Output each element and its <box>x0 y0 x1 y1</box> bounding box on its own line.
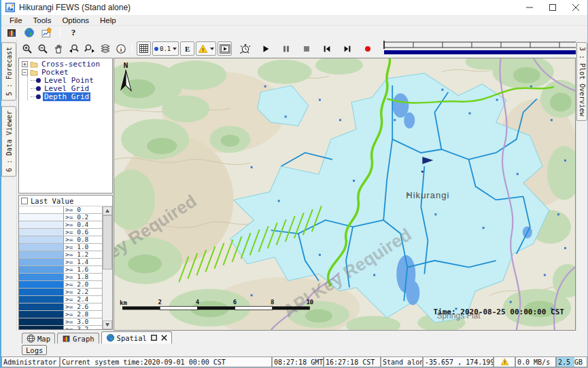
animation-icon[interactable] <box>218 41 232 56</box>
legend-swatch <box>19 236 64 243</box>
legend-swatch <box>19 303 64 310</box>
legend-swatch <box>19 229 64 236</box>
left-panel: + Cross-section − Pocket <box>17 58 114 331</box>
scroll-down-icon[interactable] <box>103 320 112 329</box>
zoom-out-icon[interactable] <box>35 41 50 56</box>
info-icon[interactable]: i <box>114 41 128 56</box>
collapse-icon[interactable]: − <box>22 69 28 75</box>
tree-item-depth-grid[interactable]: Depth Grid <box>28 92 112 100</box>
menu-options[interactable]: Options <box>56 16 94 24</box>
tab-forecast[interactable]: 5 : Forecast <box>1 42 16 100</box>
globe-icon <box>106 333 115 342</box>
legend-swatch <box>19 318 64 325</box>
status-network-speed: 0.0 MB/s <box>515 356 556 367</box>
app-icon <box>5 3 15 12</box>
threshold-dropdown[interactable]: 0.1 <box>152 41 179 56</box>
svg-text:!: ! <box>503 360 506 365</box>
scrollbar-thumb[interactable] <box>103 215 112 270</box>
layers-icon[interactable] <box>98 41 112 56</box>
tree-item-pocket[interactable]: − Pocket <box>19 68 112 76</box>
filter-tree: + Cross-section − Pocket <box>18 58 113 194</box>
tab-data-viewer[interactable]: 6 : Data Viewer <box>1 106 16 177</box>
legend-swatch <box>19 274 64 280</box>
legend-scrollbar[interactable] <box>103 206 112 329</box>
svg-text:8: 8 <box>271 299 274 306</box>
expand-icon[interactable]: + <box>22 61 28 67</box>
menubar: File Tools Options Help <box>1 15 587 26</box>
warning-icon: ! <box>500 358 509 366</box>
warning-thresholds-dropdown[interactable]: ! <box>196 41 216 56</box>
legend-row: >= 1.2 <box>19 251 102 259</box>
legend-panel: Last Value >= 0 >= 0.2 >= 0.4 >= 0.6 >= … <box>18 195 113 330</box>
help-button[interactable]: ? <box>66 26 81 39</box>
record-icon[interactable] <box>360 41 375 56</box>
legend-row: >= 2.6 <box>19 303 102 311</box>
threshold-dot-icon <box>154 47 158 51</box>
status-warning[interactable]: ! <box>494 356 515 367</box>
tree-item-level-point[interactable]: Level Point <box>28 76 112 84</box>
map-display-icon[interactable] <box>22 26 37 39</box>
svg-text:km: km <box>120 299 127 306</box>
logs-button[interactable]: Logs <box>22 345 47 355</box>
legend-row: >= 0.2 <box>19 214 102 221</box>
time-navigator-icon[interactable] <box>238 41 252 56</box>
timeline-slider[interactable] <box>383 39 588 58</box>
menu-tools[interactable]: Tools <box>28 16 57 24</box>
legend-toggle-button[interactable]: E <box>180 41 194 56</box>
tree-item-level-grid[interactable]: Level Grid <box>28 84 112 92</box>
svg-text:!: ! <box>202 46 204 52</box>
map-time-label: Time: 2020-08-25 00:00:00 CST <box>433 308 564 316</box>
status-mode: Stand alone <box>381 356 423 367</box>
bar-chart-icon <box>62 334 71 343</box>
tab-map[interactable]: Map <box>22 333 55 344</box>
zoom-previous-icon[interactable] <box>67 41 81 56</box>
legend-row: >= 2.2 <box>19 289 102 296</box>
tab-close-icon[interactable] <box>161 335 167 341</box>
tree-item-label-selected[interactable]: Depth Grid <box>43 92 90 101</box>
last-value-checkbox[interactable] <box>21 198 28 204</box>
parameter-bullet-icon <box>36 94 41 99</box>
north-label: N <box>124 61 128 70</box>
step-backward-icon[interactable] <box>319 41 334 56</box>
legend-row: >= 0.4 <box>19 221 102 229</box>
zoom-next-icon[interactable] <box>82 41 97 56</box>
legend-row: >= 2.8 <box>19 311 102 318</box>
tab-plot-overview[interactable]: 3 : Plot Overview <box>576 42 587 121</box>
folder-icon <box>30 69 38 76</box>
grid-display-icon[interactable] <box>137 41 151 56</box>
close-button[interactable] <box>564 0 587 15</box>
play-icon[interactable] <box>258 41 273 56</box>
menu-help[interactable]: Help <box>94 16 122 24</box>
tab-spatial[interactable]: Spatial <box>101 331 172 344</box>
tree-item-cross-section[interactable]: + Cross-section <box>19 60 112 68</box>
svg-text:4: 4 <box>196 299 199 306</box>
stop-icon[interactable] <box>299 41 313 56</box>
pause-icon[interactable] <box>279 41 293 56</box>
menu-file[interactable]: File <box>4 16 28 24</box>
step-forward-icon[interactable] <box>340 41 354 56</box>
zoom-in-icon[interactable] <box>20 41 34 56</box>
svg-text:6: 6 <box>233 299 237 306</box>
time-series-import-icon[interactable] <box>39 26 54 39</box>
scroll-up-icon[interactable] <box>103 206 112 215</box>
left-tab-strip: 5 : Forecast 6 : Data Viewer <box>1 39 17 331</box>
legend-row: >= 1.0 <box>19 244 102 251</box>
legend-row: >= 2.4 <box>19 296 102 303</box>
bottom-tab-bar: Map Graph Spatial <box>1 331 587 344</box>
maximize-button[interactable] <box>541 0 564 15</box>
window-title: Hikurangi FEWS (Stand alone) <box>19 3 131 12</box>
status-local-time: 16:27:18 CST <box>324 356 381 367</box>
legend-swatch <box>19 251 64 258</box>
explorer-icon[interactable] <box>4 26 19 39</box>
tab-restore-icon[interactable] <box>151 335 157 341</box>
minimize-button[interactable] <box>518 0 541 15</box>
map-view[interactable]: API Key Required API Key Required Hikura… <box>114 58 576 331</box>
toolbar-separator <box>60 28 60 38</box>
tab-graph[interactable]: Graph <box>57 333 99 344</box>
pan-hand-icon[interactable] <box>51 41 65 56</box>
legend-row: >= 0.8 <box>19 236 102 244</box>
status-gmt-time: 08:27:18 GMT <box>272 356 324 367</box>
chevron-down-icon <box>173 48 177 50</box>
toolbar-separator <box>132 43 133 54</box>
legend-swatch <box>19 289 64 295</box>
